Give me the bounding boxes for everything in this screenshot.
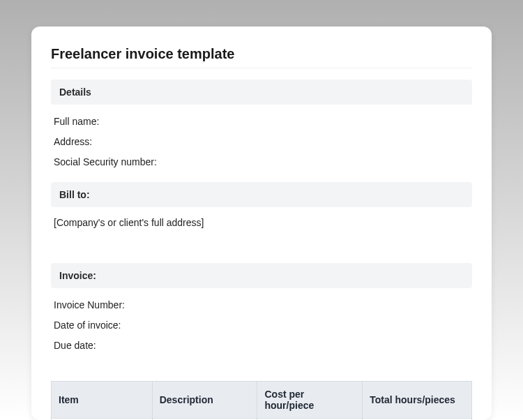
- line-items-table: Item Description Cost per hour/piece Tot…: [51, 381, 472, 420]
- page-title: Freelancer invoice template: [51, 46, 472, 62]
- field-due-date: Due date:: [54, 338, 469, 353]
- invoice-section-header: Invoice:: [51, 263, 472, 288]
- details-field-list: Full name: Address: Social Security numb…: [51, 114, 472, 170]
- field-invoice-number: Invoice Number:: [54, 298, 469, 313]
- invoice-document: Freelancer invoice template Details Full…: [31, 27, 492, 420]
- col-header-item: Item: [52, 382, 153, 419]
- details-section-header: Details: [51, 80, 472, 105]
- invoice-field-list: Invoice Number: Date of invoice: Due dat…: [51, 298, 472, 353]
- title-divider: [51, 68, 472, 68]
- table-header-row: Item Description Cost per hour/piece Tot…: [52, 382, 472, 419]
- field-ssn: Social Security number:: [54, 155, 469, 170]
- bill-to-placeholder: [Company's or client's full address]: [51, 217, 472, 234]
- col-header-cost: Cost per hour/piece: [257, 382, 363, 419]
- col-header-description: Description: [152, 382, 257, 419]
- col-header-total: Total hours/pieces: [363, 382, 472, 419]
- field-address: Address:: [54, 135, 469, 149]
- field-date-of-invoice: Date of invoice:: [54, 318, 469, 333]
- field-full-name: Full name:: [54, 114, 469, 129]
- bill-to-section-header: Bill to:: [51, 182, 472, 207]
